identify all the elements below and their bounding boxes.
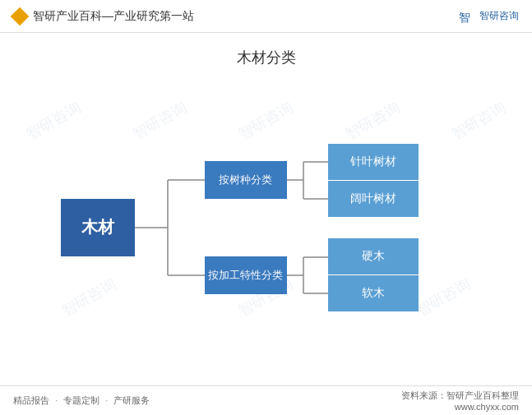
header: 智研产业百科—产业研究第一站 智 智研咨询 <box>0 0 532 33</box>
footer-item-2: 专题定制 <box>63 395 99 405</box>
branch-node-2: 按加工特性分类 <box>205 256 287 294</box>
leaf-node-3: 硬木 <box>328 238 419 274</box>
root-node: 木材 <box>61 199 135 256</box>
logo-label: 智研咨询 <box>479 9 519 23</box>
logo-icon: 智 <box>458 7 476 25</box>
diagram-area: 木材 按树种分类 按加工特性分类 针叶树材 阔叶树材 硬木 <box>0 76 532 379</box>
chart-title: 木材分类 <box>0 33 532 76</box>
footer-item-1: 精品报告 <box>13 395 49 405</box>
source-label: 资料来源：智研产业百科整理 <box>401 390 519 402</box>
header-title: 智研产业百科—产业研究第一站 <box>33 9 194 24</box>
footer-sep-2: · <box>105 395 108 405</box>
svg-text:智: 智 <box>459 11 470 24</box>
leaf-node-4: 软木 <box>328 275 419 311</box>
header-right: 智 智研咨询 <box>458 7 519 25</box>
footer-left: 精品报告 · 专题定制 · 产研服务 <box>13 394 150 407</box>
header-left: 智研产业百科—产业研究第一站 <box>13 9 194 24</box>
leaf-node-2: 阔叶树材 <box>328 181 419 217</box>
diamond-icon <box>11 7 30 25</box>
footer-right: 资料来源：智研产业百科整理 www.chyxx.com <box>401 390 519 412</box>
footer: 精品报告 · 专题定制 · 产研服务 资料来源：智研产业百科整理 www.chy… <box>0 385 532 415</box>
leaf-node-1: 针叶树材 <box>328 144 419 180</box>
footer-sep-1: · <box>55 395 58 405</box>
main-content: 智研咨询 智研咨询 智研咨询 智研咨询 智研咨询 智研咨询 智研咨询 智研咨询 … <box>0 33 532 385</box>
website-label: www.chyxx.com <box>401 402 519 412</box>
branch-node-1: 按树种分类 <box>205 161 287 199</box>
footer-item-3: 产研服务 <box>113 395 150 405</box>
